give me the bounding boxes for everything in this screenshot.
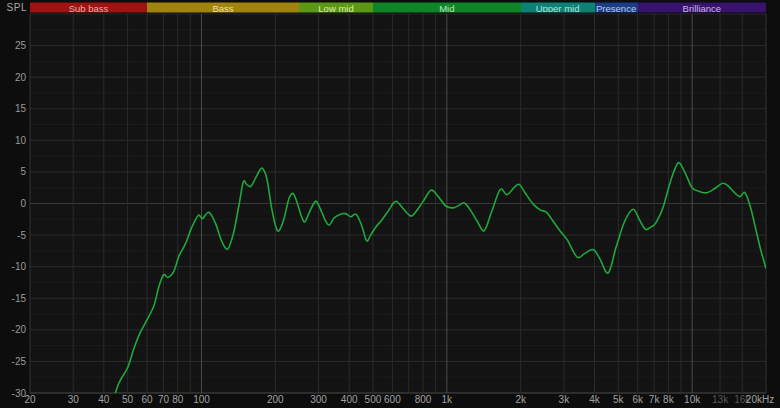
y-tick-label: -15	[0, 293, 26, 304]
x-tick-label: 6k	[632, 394, 643, 405]
y-tick-label: 15	[0, 103, 26, 114]
x-tick-label: 2k	[515, 394, 526, 405]
x-tick-label: 1k	[442, 394, 453, 405]
y-tick-label: 0	[0, 198, 26, 209]
x-tick-label: 400	[341, 394, 358, 405]
x-tick-label: 500	[365, 394, 382, 405]
y-tick-label: -20	[0, 324, 26, 335]
x-tick-label: 50	[122, 394, 133, 405]
x-tick-label: 20	[24, 394, 35, 405]
x-tick-label: 60	[141, 394, 152, 405]
x-tick-label: 100	[193, 394, 210, 405]
x-tick-label: 4k	[589, 394, 600, 405]
x-tick-label: 7k	[649, 394, 660, 405]
x-tick-label: 30	[68, 394, 79, 405]
x-tick-label: 800	[415, 394, 432, 405]
x-tick-label: 10k	[684, 394, 700, 405]
y-tick-label: -10	[0, 261, 26, 272]
x-tick-label: 200	[267, 394, 284, 405]
x-tick-label: 70	[158, 394, 169, 405]
y-tick-label: -25	[0, 356, 26, 367]
x-tick-label: 300	[310, 394, 327, 405]
x-tick-label: 5k	[613, 394, 624, 405]
y-tick-label: -5	[0, 230, 26, 241]
y-tick-label: 25	[0, 40, 26, 51]
x-tick-label: 3k	[559, 394, 570, 405]
spl-frequency-chart: SPL Sub bassBassLow midMidUpper midPrese…	[0, 0, 780, 408]
x-tick-label: 20kHz	[746, 394, 774, 405]
x-tick-label: 80	[172, 394, 183, 405]
y-tick-label: 5	[0, 166, 26, 177]
y-tick-label: 20	[0, 72, 26, 83]
x-tick-label: 600	[384, 394, 401, 405]
x-tick-label: 40	[98, 394, 109, 405]
y-tick-label: -30	[0, 388, 26, 399]
x-tick-label: 13k	[712, 394, 728, 405]
frequency-response-plot	[0, 0, 780, 408]
x-tick-label: 8k	[663, 394, 674, 405]
y-tick-label: 10	[0, 135, 26, 146]
